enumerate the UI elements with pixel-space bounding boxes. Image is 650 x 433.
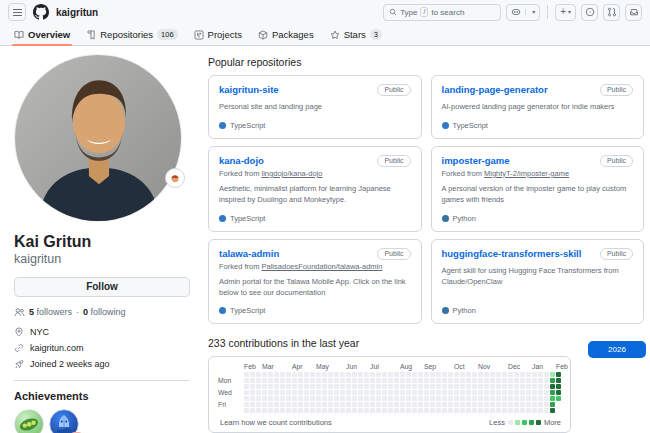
contribution-cell[interactable] [292, 372, 297, 377]
contribution-cell[interactable] [304, 402, 309, 407]
contribution-cell[interactable] [340, 402, 345, 407]
contribution-cell[interactable] [514, 384, 519, 389]
contribution-cell[interactable] [424, 378, 429, 383]
contribution-cell[interactable] [412, 390, 417, 395]
contribution-cell[interactable] [304, 384, 309, 389]
contribution-cell[interactable] [292, 396, 297, 401]
contribution-cell[interactable] [304, 390, 309, 395]
tab-projects[interactable]: Projects [186, 24, 250, 45]
contribution-cell[interactable] [490, 402, 495, 407]
contribution-cell[interactable] [418, 390, 423, 395]
contribution-cell[interactable] [280, 378, 285, 383]
contribution-cell[interactable] [550, 402, 555, 407]
contribution-cell[interactable] [514, 396, 519, 401]
achievement-pull-shark[interactable]: x2 [49, 409, 79, 433]
contribution-cell[interactable] [358, 396, 363, 401]
contribution-cell[interactable] [430, 384, 435, 389]
contribution-cell[interactable] [496, 402, 501, 407]
contribution-cell[interactable] [424, 390, 429, 395]
contribution-cell[interactable] [430, 390, 435, 395]
achievement-pair-extraordinaire[interactable] [14, 409, 44, 433]
contribution-cell[interactable] [298, 396, 303, 401]
contribution-cell[interactable] [496, 396, 501, 401]
contribution-cell[interactable] [316, 372, 321, 377]
contribution-cell[interactable] [382, 390, 387, 395]
contribution-cell[interactable] [412, 384, 417, 389]
contribution-cell[interactable] [472, 402, 477, 407]
contribution-cell[interactable] [244, 384, 249, 389]
contribution-cell[interactable] [514, 390, 519, 395]
contribution-cell[interactable] [538, 384, 543, 389]
contribution-cell[interactable] [442, 384, 447, 389]
contribution-cell[interactable] [286, 378, 291, 383]
contribution-cell[interactable] [454, 396, 459, 401]
contribution-cell[interactable] [430, 378, 435, 383]
contribution-cell[interactable] [520, 378, 525, 383]
contribution-cell[interactable] [316, 408, 321, 413]
contribution-cell[interactable] [448, 378, 453, 383]
contribution-cell[interactable] [394, 396, 399, 401]
contribution-cell[interactable] [490, 378, 495, 383]
follow-button[interactable]: Follow [14, 277, 190, 297]
contribution-cell[interactable] [406, 396, 411, 401]
contribution-cell[interactable] [250, 402, 255, 407]
contribution-cell[interactable] [370, 384, 375, 389]
contribution-cell[interactable] [400, 378, 405, 383]
contribution-cell[interactable] [544, 396, 549, 401]
contribution-cell[interactable] [556, 390, 561, 395]
contribution-cell[interactable] [262, 402, 267, 407]
contribution-cell[interactable] [304, 378, 309, 383]
contribution-cell[interactable] [292, 390, 297, 395]
contribution-cell[interactable] [514, 372, 519, 377]
contribution-cell[interactable] [352, 372, 357, 377]
contribution-cell[interactable] [514, 408, 519, 413]
contribution-cell[interactable] [280, 372, 285, 377]
contribution-cell[interactable] [532, 372, 537, 377]
contribution-cell[interactable] [310, 384, 315, 389]
contribution-cell[interactable] [364, 384, 369, 389]
contribution-cell[interactable] [316, 396, 321, 401]
contribution-cell[interactable] [478, 390, 483, 395]
contribution-cell[interactable] [268, 390, 273, 395]
contribution-cell[interactable] [298, 384, 303, 389]
contribution-cell[interactable] [280, 396, 285, 401]
contribution-cell[interactable] [328, 378, 333, 383]
contribution-cell[interactable] [418, 402, 423, 407]
contribution-cell[interactable] [304, 396, 309, 401]
contribution-cell[interactable] [262, 372, 267, 377]
contribution-cell[interactable] [448, 402, 453, 407]
contribution-cell[interactable] [550, 384, 555, 389]
contribution-cell[interactable] [358, 402, 363, 407]
contribution-cell[interactable] [244, 408, 249, 413]
contribution-cell[interactable] [400, 396, 405, 401]
contribution-cell[interactable] [298, 378, 303, 383]
contribution-cell[interactable] [400, 372, 405, 377]
contribution-cell[interactable] [310, 390, 315, 395]
issues-button[interactable] [581, 4, 598, 21]
contribution-cell[interactable] [286, 372, 291, 377]
contribution-cell[interactable] [526, 396, 531, 401]
contribution-cell[interactable] [454, 384, 459, 389]
contribution-cell[interactable] [466, 378, 471, 383]
copilot-caret[interactable]: ▾ [525, 9, 539, 15]
contribution-cell[interactable] [478, 396, 483, 401]
contribution-cell[interactable] [262, 408, 267, 413]
contribution-cell[interactable] [328, 372, 333, 377]
contribution-cell[interactable] [394, 372, 399, 377]
contribution-cell[interactable] [460, 390, 465, 395]
contribution-cell[interactable] [496, 390, 501, 395]
contribution-cell[interactable] [244, 396, 249, 401]
contribution-cell[interactable] [322, 378, 327, 383]
contribution-cell[interactable] [286, 390, 291, 395]
contribution-cell[interactable] [388, 390, 393, 395]
github-logo-icon[interactable] [33, 4, 49, 20]
contribution-cell[interactable] [400, 402, 405, 407]
contribution-cell[interactable] [358, 372, 363, 377]
contribution-cell[interactable] [442, 402, 447, 407]
contribution-cell[interactable] [244, 402, 249, 407]
contribution-cell[interactable] [382, 408, 387, 413]
contribution-cell[interactable] [304, 372, 309, 377]
contribution-cell[interactable] [322, 384, 327, 389]
contribution-cell[interactable] [340, 384, 345, 389]
contribution-cell[interactable] [454, 402, 459, 407]
